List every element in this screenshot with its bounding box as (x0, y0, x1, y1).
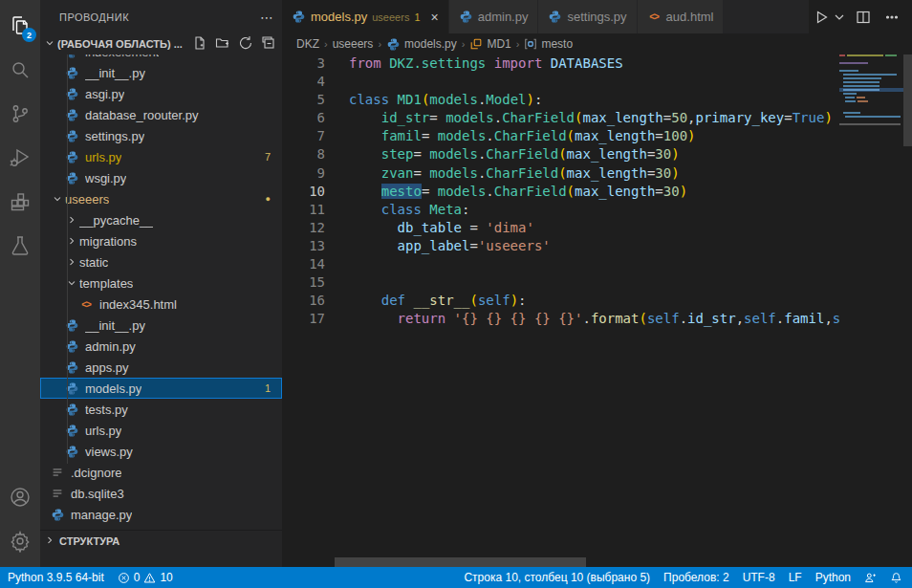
vertical-scrollbar[interactable] (903, 54, 912, 146)
file-tree: indexelement__init__.pyasgi.pydatabase_r… (40, 54, 282, 530)
breadcrumb-models-py[interactable]: models.py (386, 37, 457, 52)
status-python-interpreter[interactable]: Python 3.9.5 64-bit (8, 571, 104, 584)
tree-folder--pycache-[interactable]: __pycache__ (40, 209, 282, 230)
workspace-section-header[interactable]: (РАБОЧАЯ ОБЛАСТЬ) ... (40, 33, 282, 54)
tree-item-wsgi-py[interactable]: wsgi.py (40, 167, 282, 188)
tree-item-apps-py[interactable]: apps.py (40, 357, 282, 378)
search-icon[interactable] (0, 48, 40, 92)
outline-section-header[interactable]: СТРУКТУРА (40, 530, 282, 551)
refresh-icon[interactable] (238, 35, 253, 53)
code-line-4[interactable]: 4 (282, 73, 839, 91)
tree-folder-templates[interactable]: templates (40, 272, 282, 294)
code-line-15[interactable]: 15 (282, 273, 839, 292)
tree-item-views-py[interactable]: views.py (40, 441, 282, 462)
tree-item-asgi-py[interactable]: asgi.py (40, 83, 282, 104)
tree-folder-static[interactable]: static (40, 251, 282, 272)
tree-item-admin-py[interactable]: admin.py (40, 336, 282, 357)
status-encoding[interactable]: UTF-8 (743, 571, 775, 584)
code-editor[interactable]: 3from DKZ.settings import DATABASES45cla… (282, 54, 839, 557)
tree-item-urls-py[interactable]: urls.py (40, 420, 282, 441)
tab-aud-html[interactable]: <>aud.html (638, 0, 725, 33)
code-line-14[interactable]: 14 (282, 255, 839, 273)
status-notifications[interactable] (890, 572, 902, 584)
tree-item-index345-html[interactable]: <>index345.html (40, 294, 282, 315)
account-icon[interactable] (0, 475, 40, 519)
tree-item-manage-py[interactable]: manage.py (40, 504, 282, 525)
tree-item-database-roouter-py[interactable]: database_roouter.py (40, 104, 282, 125)
tree-item-settings-py[interactable]: settings.py (40, 125, 282, 146)
tab-settings-py[interactable]: settings.py (538, 0, 637, 33)
run-debug-icon[interactable] (0, 136, 40, 180)
tree-item-tests-py[interactable]: tests.py (40, 399, 282, 420)
code-line-9[interactable]: 9 zvan= models.CharField(max_length=30) (282, 164, 839, 183)
new-file-icon[interactable] (192, 35, 207, 53)
tree-item-label: __init__.py (85, 66, 145, 80)
status-indentation[interactable]: Пробелов: 2 (663, 571, 729, 584)
tree-item-db-sqlite3[interactable]: db.sqlite3 (40, 483, 282, 504)
tree-item-label: useeers (65, 192, 109, 207)
code-line-12[interactable]: 12 db_table = 'dima' (282, 219, 839, 237)
breadcrumb-useeers[interactable]: useeers (333, 37, 374, 51)
code-line-13[interactable]: 13 app_label='useeers' (282, 237, 839, 255)
minimap-line (845, 97, 855, 98)
line-content (325, 73, 349, 91)
breadcrumb-md1[interactable]: MD1 (469, 37, 510, 51)
code-line-8[interactable]: 8 step= models.CharField(max_length=30) (282, 145, 839, 163)
status-language-mode[interactable]: Python (815, 571, 851, 584)
new-folder-icon[interactable] (215, 35, 230, 53)
breadcrumb-mesto[interactable]: mesto (524, 37, 573, 51)
line-number: 3 (282, 54, 325, 73)
tree-item-label: settings.py (85, 129, 144, 143)
split-editor-icon[interactable] (851, 5, 876, 30)
tree-item-label: .dcignore (71, 466, 121, 480)
testing-icon[interactable] (0, 224, 40, 268)
tree-item-urls-py[interactable]: urls.py7 (40, 146, 282, 167)
code-line-10[interactable]: 10 mesto= models.CharField(max_length=30… (282, 183, 839, 201)
horizontal-scrollbar[interactable] (335, 557, 586, 567)
tree-item-indexelement[interactable]: indexelement (40, 54, 282, 62)
tree-item-label: models.py (85, 381, 141, 396)
line-number: 12 (282, 219, 325, 237)
code-line-3[interactable]: 3from DKZ.settings import DATABASES (282, 54, 839, 73)
status-eol[interactable]: LF (789, 571, 802, 584)
breadcrumb-dkz[interactable]: DKZ (296, 37, 319, 51)
tree-folder-useeers[interactable]: useeers● (40, 188, 282, 209)
extensions-icon[interactable] (0, 180, 40, 224)
code-line-17[interactable]: 17 return '{} {} {} {} {}'.format(self.i… (282, 310, 839, 328)
minimap-line (839, 123, 901, 125)
collapse-all-icon[interactable] (261, 35, 276, 53)
tab-bar: models.pyuseeers1×admin.pysettings.py<>a… (282, 0, 912, 33)
more-actions-icon[interactable] (879, 5, 904, 30)
settings-icon[interactable] (0, 519, 40, 563)
status-feedback[interactable] (864, 572, 877, 584)
minimap[interactable] (839, 54, 903, 557)
code-line-11[interactable]: 11 class Meta: (282, 201, 839, 219)
chevron-right-icon (44, 534, 55, 548)
tree-folder-migrations[interactable]: migrations (40, 230, 282, 251)
file-file-icon (50, 486, 65, 501)
status-problems[interactable]: 010 (118, 571, 173, 584)
tab-label: aud.html (666, 10, 714, 24)
tab-models-py[interactable]: models.pyuseeers1× (282, 0, 449, 33)
run-dropdown-icon[interactable] (832, 5, 847, 30)
problems-badge: 7 (265, 151, 271, 163)
close-icon[interactable]: × (431, 11, 439, 24)
line-content: zvan= models.CharField(max_length=30) (325, 164, 680, 183)
line-number: 17 (282, 310, 325, 328)
status-cursor-position[interactable]: Строка 10, столбец 10 (выбрано 5) (464, 571, 650, 584)
code-line-6[interactable]: 6 id_str= models.CharField(max_length=50… (282, 109, 839, 127)
minimap-line (843, 112, 860, 114)
tree-item--dcignore[interactable]: .dcignore (40, 462, 282, 483)
source-control-icon[interactable] (0, 92, 40, 136)
tree-item-models-py[interactable]: models.py1 (40, 378, 282, 399)
tree-item--init-py[interactable]: __init__.py (40, 315, 282, 336)
tab-admin-py[interactable]: admin.py (449, 0, 539, 33)
code-line-16[interactable]: 16 def __str__(self): (282, 292, 839, 310)
run-icon[interactable] (809, 5, 834, 30)
code-line-5[interactable]: 5class MD1(models.Model): (282, 91, 839, 109)
tree-item--init-py[interactable]: __init__.py (40, 62, 282, 83)
explorer-icon[interactable]: 2 (0, 4, 40, 48)
code-line-7[interactable]: 7 famil= models.CharField(max_length=100… (282, 127, 839, 145)
explorer-more-actions-icon[interactable]: ⋯ (260, 10, 274, 25)
line-content: from DKZ.settings import DATABASES (325, 54, 623, 73)
